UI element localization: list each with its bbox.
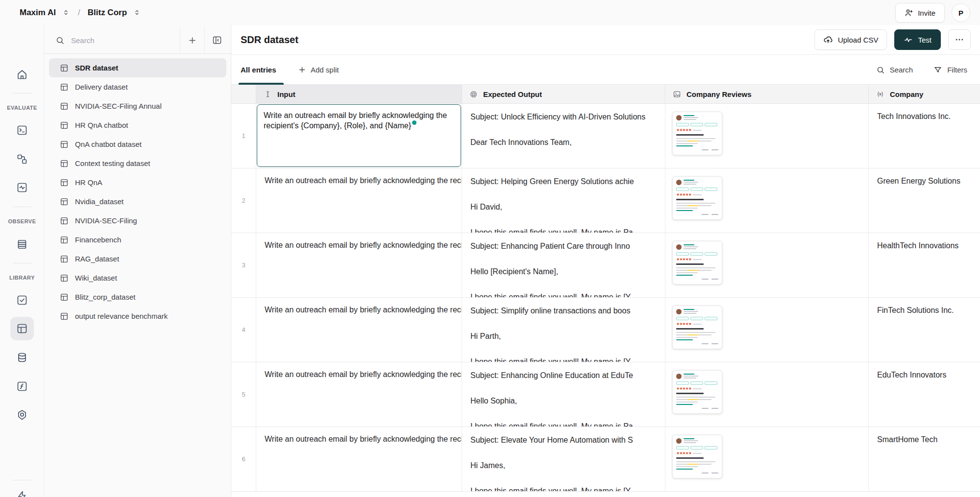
dataset-list-item[interactable]: output relevance benchmark xyxy=(49,307,226,326)
project-switcher-button[interactable] xyxy=(132,8,142,17)
column-header-input[interactable]: Input xyxy=(256,85,462,104)
avatar[interactable]: P xyxy=(952,3,970,22)
review-card-thumbnail[interactable]: ★★★★★ xyxy=(672,370,722,414)
input-cell[interactable]: Write an outreach email by briefly ackno… xyxy=(256,168,462,233)
company-cell[interactable]: SmartHome Tech xyxy=(869,427,980,492)
table-icon xyxy=(60,312,69,321)
review-card-thumbnail[interactable]: ★★★★★ xyxy=(672,435,722,478)
company-cell[interactable]: FinTech Solutions Inc. xyxy=(869,298,980,362)
settings-hexagon-icon[interactable] xyxy=(16,409,28,421)
company-cell[interactable]: HealthTech Innovations xyxy=(869,233,980,298)
row-number[interactable]: 4 xyxy=(231,298,256,362)
test-button[interactable]: Test xyxy=(894,29,941,50)
dataset-list-item[interactable]: Financebench xyxy=(49,230,226,249)
company-reviews-cell[interactable]: ★★★★★ xyxy=(665,233,869,298)
row-number[interactable]: 3 xyxy=(231,233,256,298)
function-icon[interactable] xyxy=(16,380,28,392)
company-cell[interactable]: Tech Innovations Inc. xyxy=(869,104,980,168)
expected-output-cell[interactable]: Subject: Helping Green Energy Solutions … xyxy=(462,168,665,233)
zap-icon[interactable] xyxy=(16,490,28,497)
input-cell[interactable]: Write an outreach email by briefly ackno… xyxy=(256,362,462,427)
column-header-company-reviews[interactable]: Company Reviews xyxy=(665,85,869,104)
expected-output-line: Subject: Helping Green Energy Solutions … xyxy=(470,176,655,187)
input-cell[interactable]: Write an outreach email by briefly ackno… xyxy=(256,233,462,298)
company-reviews-cell[interactable]: ★★★★★ xyxy=(665,427,869,492)
company-reviews-cell[interactable]: ★★★★★ xyxy=(665,298,869,362)
workspace-switcher-button[interactable] xyxy=(61,8,71,17)
company-cell[interactable]: Green Energy Solutions xyxy=(869,168,980,233)
invite-button[interactable]: Invite xyxy=(895,3,945,23)
add-split-button[interactable]: Add split xyxy=(298,55,339,85)
expected-output-cell[interactable]: Subject: Unlock Efficiency with AI-Drive… xyxy=(462,104,665,168)
dataset-list-item[interactable]: NVIDIA-SEC-Filing Annual xyxy=(49,96,226,116)
dataset-name: HR QnA xyxy=(75,178,102,187)
plus-icon xyxy=(298,66,306,74)
column-header-company[interactable]: Company xyxy=(869,85,980,104)
review-card-thumbnail[interactable]: ★★★★★ xyxy=(672,306,722,349)
tab-all-entries[interactable]: All entries xyxy=(241,55,276,85)
dataset-list-item[interactable]: RAG_dataset xyxy=(49,249,226,268)
table-row: 3 Write an outreach email by briefly ack… xyxy=(231,233,980,298)
datasets-nav-active[interactable] xyxy=(10,317,34,340)
dataset-list-item[interactable]: Blitz_corp_dataset xyxy=(49,287,226,307)
review-card-thumbnail[interactable]: ★★★★★ xyxy=(672,112,722,155)
dataset-list-item[interactable]: Context testing dataset xyxy=(49,154,226,173)
search-input[interactable] xyxy=(71,36,164,45)
workflow-icon[interactable] xyxy=(16,153,28,165)
table-icon xyxy=(60,102,69,111)
home-icon[interactable] xyxy=(16,69,28,80)
input-cell[interactable]: Write an outreach email by briefly ackno… xyxy=(256,104,462,168)
dataset-list-item[interactable]: Nvidia_dataset xyxy=(49,192,226,211)
project-name[interactable]: Blitz Corp xyxy=(88,8,127,18)
dataset-list-item[interactable]: HR QnA xyxy=(49,173,226,192)
row-number[interactable]: 5 xyxy=(231,362,256,427)
dataset-name: Context testing dataset xyxy=(75,159,150,167)
chevrons-up-down-icon xyxy=(133,9,141,16)
table-icon xyxy=(60,274,69,283)
company-cell[interactable]: EduTech Innovators xyxy=(869,362,980,427)
collapse-sidebar-button[interactable] xyxy=(204,27,229,54)
more-options-button[interactable] xyxy=(948,29,971,50)
upload-csv-button[interactable]: Upload CSV xyxy=(814,29,887,50)
prompt-terminal-icon[interactable] xyxy=(16,124,28,136)
top-bar: Maxim AI / Blitz Corp Invite P xyxy=(0,0,980,25)
dataset-list-item[interactable]: SDR dataset xyxy=(49,58,226,77)
dataset-list-item[interactable]: NVIDIA-SEC-Filing xyxy=(49,211,226,230)
expected-output-cell[interactable]: Subject: Simplify online transactions an… xyxy=(462,298,665,362)
selected-input-cell[interactable]: Write an outreach email by briefly ackno… xyxy=(257,104,461,167)
activity-square-icon[interactable] xyxy=(16,182,28,193)
dataset-list-item[interactable]: Delivery dataset xyxy=(49,77,226,96)
input-cell[interactable]: Write an outreach email by briefly ackno… xyxy=(256,427,462,492)
expected-output-cell[interactable]: Subject: Enhancing Patient Care through … xyxy=(462,233,665,298)
expected-output-cell[interactable]: Subject: Elevate Your Home Automation wi… xyxy=(462,427,665,492)
dataset-list-item[interactable]: HR QnA chatbot xyxy=(49,116,226,135)
company-reviews-cell[interactable]: ★★★★★ xyxy=(665,104,869,168)
search-entries-button[interactable]: Search xyxy=(876,66,913,74)
company-reviews-cell[interactable]: ★★★★★ xyxy=(665,168,869,233)
review-card-thumbnail[interactable]: ★★★★★ xyxy=(672,176,722,220)
new-dataset-button[interactable] xyxy=(180,27,204,54)
review-card-thumbnail[interactable]: ★★★★★ xyxy=(672,241,722,284)
expected-output-line: I hope this email finds you well. My nam… xyxy=(470,421,655,427)
dataset-list-item[interactable]: QnA chatbot dataset xyxy=(49,135,226,154)
row-number[interactable]: 6 xyxy=(231,427,256,492)
company-name: FinTech Solutions Inc. xyxy=(869,298,980,315)
workspace-name[interactable]: Maxim AI xyxy=(20,8,56,18)
row-number[interactable]: 2 xyxy=(231,168,256,233)
expected-output-cell[interactable]: Subject: Enhancing Online Education at E… xyxy=(462,362,665,427)
filters-button[interactable]: Filters xyxy=(933,66,967,74)
table-row: 2 Write an outreach email by briefly ack… xyxy=(231,168,980,233)
expected-output-line: Subject: Enhancing Patient Care through … xyxy=(470,241,655,251)
row-number-header xyxy=(231,85,256,104)
sidebar-search[interactable] xyxy=(44,27,180,54)
dataset-list-item[interactable]: Wiki_dataset xyxy=(49,268,226,287)
table-icon xyxy=(60,293,69,302)
column-header-expected-output[interactable]: Expected Output xyxy=(462,85,665,104)
evaluators-check-icon[interactable] xyxy=(16,294,28,306)
row-number[interactable]: 1 xyxy=(231,104,256,168)
table-row: 1 Write an outreach email by briefly ack… xyxy=(231,104,980,168)
database-icon[interactable] xyxy=(16,352,28,363)
logs-icon[interactable] xyxy=(16,238,28,250)
input-cell[interactable]: Write an outreach email by briefly ackno… xyxy=(256,298,462,362)
company-reviews-cell[interactable]: ★★★★★ xyxy=(665,362,869,427)
